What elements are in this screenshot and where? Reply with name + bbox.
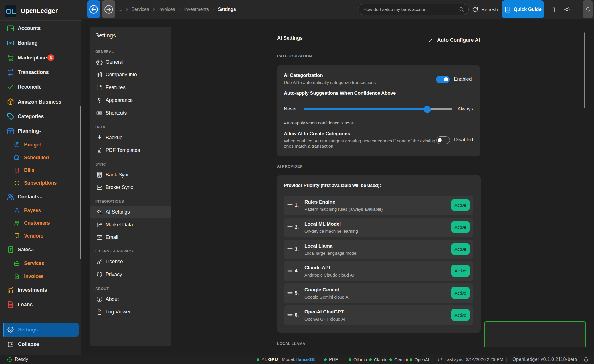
svg-text:OL: OL: [5, 7, 16, 16]
